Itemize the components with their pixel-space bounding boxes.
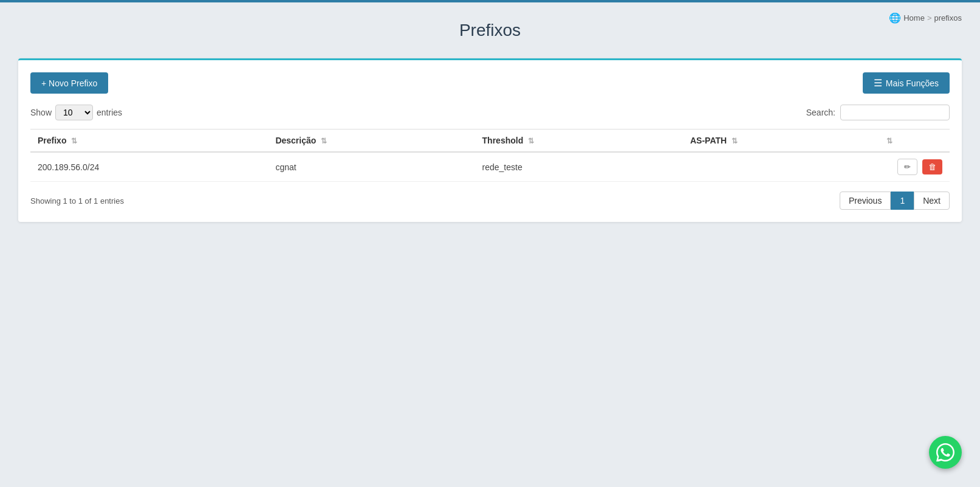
pencil-icon: ✏: [904, 162, 911, 171]
sort-aspath-icon: ⇅: [732, 137, 738, 145]
col-prefixo-label: Prefixo: [38, 136, 66, 145]
breadcrumb-home[interactable]: Home: [903, 13, 925, 22]
cell-descricao: cgnat: [268, 152, 475, 182]
table-row: 200.189.56.0/24 cgnat rede_teste ✏ 🗑: [30, 152, 950, 182]
trash-icon: 🗑: [928, 162, 936, 171]
table-header: Prefixo ⇅ Descrição ⇅ Threshold ⇅ AS-PAT…: [30, 130, 950, 153]
breadcrumb: 🌐 Home > prefixos: [889, 12, 962, 24]
col-actions: ⇅: [877, 130, 950, 153]
search-input[interactable]: [840, 105, 950, 120]
data-table: Prefixo ⇅ Descrição ⇅ Threshold ⇅ AS-PAT…: [30, 129, 950, 182]
globe-icon: 🌐: [889, 12, 901, 24]
search-label: Search:: [806, 108, 835, 117]
entries-label: entries: [97, 108, 122, 117]
cell-threshold: rede_teste: [475, 152, 683, 182]
col-prefixo[interactable]: Prefixo ⇅: [30, 130, 268, 153]
table-body: 200.189.56.0/24 cgnat rede_teste ✏ 🗑: [30, 152, 950, 182]
col-threshold[interactable]: Threshold ⇅: [475, 130, 683, 153]
col-descricao-label: Descrição: [275, 136, 316, 145]
breadcrumb-separator: >: [927, 13, 932, 22]
pagination: Previous 1 Next: [840, 192, 950, 210]
whatsapp-fab[interactable]: [929, 436, 962, 469]
page-1-button[interactable]: 1: [891, 192, 914, 210]
toolbar: + Novo Prefixo ☰ Mais Funções: [30, 72, 950, 94]
search-row: Search:: [806, 105, 950, 120]
table-controls: Show 10 25 50 100 entries Search:: [30, 105, 950, 120]
next-button[interactable]: Next: [914, 192, 950, 210]
col-descricao[interactable]: Descrição ⇅: [268, 130, 475, 153]
whatsapp-icon: [936, 443, 954, 461]
breadcrumb-current: prefixos: [934, 13, 962, 22]
cell-actions: ✏ 🗑: [877, 152, 950, 182]
main-card: + Novo Prefixo ☰ Mais Funções Show 10 25…: [18, 58, 962, 222]
more-functions-button[interactable]: ☰ Mais Funções: [863, 72, 950, 94]
pagination-row: Showing 1 to 1 of 1 entries Previous 1 N…: [30, 192, 950, 210]
sort-actions-icon: ⇅: [886, 137, 893, 145]
new-prefix-button[interactable]: + Novo Prefixo: [30, 72, 108, 94]
col-aspath[interactable]: AS-PATH ⇅: [683, 130, 877, 153]
cell-prefixo: 200.189.56.0/24: [30, 152, 268, 182]
previous-button[interactable]: Previous: [840, 192, 891, 210]
sort-descricao-icon: ⇅: [321, 137, 327, 145]
page-title: Prefixos: [18, 15, 962, 52]
sort-prefixo-icon: ⇅: [71, 137, 77, 145]
col-aspath-label: AS-PATH: [690, 136, 727, 145]
entries-select[interactable]: 10 25 50 100: [55, 105, 93, 120]
delete-button[interactable]: 🗑: [922, 159, 942, 174]
show-entries-left: Show 10 25 50 100 entries: [30, 105, 122, 120]
edit-button[interactable]: ✏: [897, 159, 917, 175]
show-label: Show: [30, 108, 52, 117]
cell-aspath: [683, 152, 877, 182]
sort-threshold-icon: ⇅: [528, 137, 534, 145]
list-icon: ☰: [874, 77, 882, 89]
header: 🌐 Home > prefixos Prefixos: [0, 2, 980, 58]
showing-text: Showing 1 to 1 of 1 entries: [30, 196, 124, 206]
col-threshold-label: Threshold: [482, 136, 524, 145]
more-functions-label: Mais Funções: [886, 78, 939, 88]
